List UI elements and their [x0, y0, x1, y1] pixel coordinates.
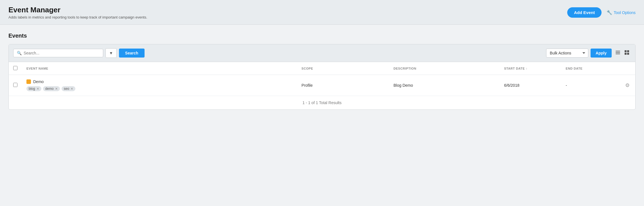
- tag: blog✕: [26, 86, 41, 91]
- list-view-button[interactable]: [614, 49, 622, 58]
- svg-rect-4: [627, 50, 629, 52]
- wrench-icon: 🔧: [607, 10, 612, 15]
- table-row: Demoblog✕demo✕seo✕ProfileBlog Demo6/6/20…: [9, 75, 635, 96]
- row-settings-button[interactable]: ⚙: [624, 81, 631, 90]
- results-count: 1 - 1 of 1 Total Results: [302, 100, 341, 105]
- tool-options-link[interactable]: 🔧 Tool Options: [607, 10, 636, 15]
- add-event-button[interactable]: Add Event: [567, 7, 602, 18]
- header-event-name: EVENT NAME: [22, 62, 297, 75]
- svg-rect-0: [616, 51, 620, 51]
- apply-button[interactable]: Apply: [591, 49, 612, 58]
- header-checkbox-cell: [9, 62, 22, 75]
- header-start-date[interactable]: START DATE ↓: [499, 62, 561, 75]
- tag-label: blog: [29, 87, 35, 91]
- toolbar: 🔍 ▼ Search Bulk Actions Delete Export Ap…: [9, 44, 635, 62]
- table-header-row: EVENT NAME SCOPE DESCRIPTION START DATE …: [9, 62, 635, 75]
- grid-view-button[interactable]: [623, 49, 631, 58]
- search-wrapper: 🔍: [13, 49, 103, 57]
- row-description: Blog Demo: [389, 75, 499, 96]
- row-start-date: 6/6/2018: [499, 75, 561, 96]
- tag: demo✕: [43, 86, 60, 91]
- bulk-actions-select[interactable]: Bulk Actions Delete Export: [546, 49, 588, 58]
- row-event-name-cell: Demoblog✕demo✕seo✕: [22, 75, 297, 96]
- tag-label: seo: [64, 87, 69, 91]
- svg-rect-2: [616, 54, 620, 54]
- header-actions: [611, 62, 635, 75]
- sort-arrow-icon: ↓: [526, 67, 528, 70]
- event-color-indicator: [26, 79, 31, 84]
- header-actions: Add Event 🔧 Tool Options: [567, 7, 636, 18]
- event-name-text: Demo: [33, 79, 44, 84]
- row-end-date: -: [561, 75, 611, 96]
- tool-options-label: Tool Options: [614, 10, 636, 15]
- header-scope: SCOPE: [297, 62, 389, 75]
- search-input[interactable]: [24, 51, 100, 55]
- list-view-icon: [615, 50, 621, 55]
- filter-icon: ▼: [109, 51, 113, 55]
- svg-rect-6: [627, 53, 629, 55]
- events-table: EVENT NAME SCOPE DESCRIPTION START DATE …: [9, 62, 635, 96]
- toolbar-right: Bulk Actions Delete Export Apply: [546, 49, 631, 58]
- tags-row: blog✕demo✕seo✕: [26, 86, 292, 91]
- page-title: Event Manager: [8, 6, 147, 14]
- table-header: EVENT NAME SCOPE DESCRIPTION START DATE …: [9, 62, 635, 75]
- view-icons: [614, 49, 631, 58]
- row-checkbox-cell: [9, 75, 22, 96]
- events-container: 🔍 ▼ Search Bulk Actions Delete Export Ap…: [8, 44, 636, 110]
- svg-rect-5: [625, 53, 627, 55]
- event-name-cell: Demoblog✕demo✕seo✕: [26, 79, 292, 91]
- tag-remove-button[interactable]: ✕: [71, 87, 73, 90]
- header-end-date: END DATE: [561, 62, 611, 75]
- main-content: Events 🔍 ▼ Search Bulk Actions Delete Ex…: [0, 25, 644, 206]
- page-subtitle: Adds labels in metrics and reporting too…: [8, 15, 147, 19]
- search-button[interactable]: Search: [119, 49, 145, 58]
- toolbar-left: 🔍 ▼ Search: [13, 48, 145, 58]
- select-all-checkbox[interactable]: [13, 66, 17, 70]
- search-icon: 🔍: [17, 51, 22, 55]
- grid-view-icon: [624, 50, 630, 55]
- page-header: Event Manager Adds labels in metrics and…: [0, 0, 644, 25]
- header-left: Event Manager Adds labels in metrics and…: [8, 6, 147, 19]
- tag: seo✕: [62, 86, 75, 91]
- tag-label: demo: [45, 87, 54, 91]
- header-description: DESCRIPTION: [389, 62, 499, 75]
- table-footer: 1 - 1 of 1 Total Results: [9, 96, 635, 109]
- filter-button[interactable]: ▼: [105, 48, 117, 58]
- section-title: Events: [8, 33, 636, 39]
- tag-remove-button[interactable]: ✕: [37, 87, 39, 90]
- row-checkbox[interactable]: [13, 83, 17, 87]
- row-actions-cell: ⚙: [611, 75, 635, 96]
- svg-rect-1: [616, 52, 620, 53]
- event-name-row: Demo: [26, 79, 292, 84]
- table-body: Demoblog✕demo✕seo✕ProfileBlog Demo6/6/20…: [9, 75, 635, 96]
- tag-remove-button[interactable]: ✕: [55, 87, 58, 90]
- svg-rect-3: [625, 50, 627, 52]
- row-scope: Profile: [297, 75, 389, 96]
